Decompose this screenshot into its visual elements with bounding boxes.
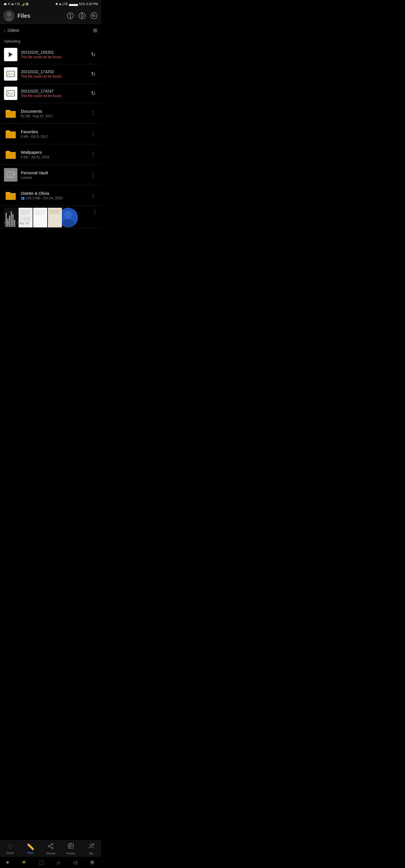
- file-meta: 0 KB · Jul 31, 2018: [21, 155, 86, 159]
- more-options-button[interactable]: ⋮: [89, 130, 97, 138]
- svg-rect-39: [48, 208, 62, 227]
- svg-rect-29: [20, 213, 31, 213]
- nav-item-photos[interactable]: Photos: [62, 843, 79, 855]
- status-right-info: ✱ ◈ LTE ▄▄▄▄ 52% 5:20 PM: [55, 2, 98, 6]
- photos-nav-icon: [67, 843, 74, 851]
- svg-point-44: [62, 219, 74, 227]
- retry-button[interactable]: ↺: [89, 50, 97, 59]
- file-item[interactable]: Documents 61 KB · Aug 22, 2017 ⋮: [0, 103, 101, 124]
- upload-item-info: 20210102_174253 This file could not be f…: [21, 69, 86, 79]
- upload-error-text: This file could not be found.: [21, 55, 86, 59]
- file-info: Personal Vault Locked: [21, 170, 86, 180]
- facebook-icon: f: [15, 3, 16, 6]
- android-navigation-bar: ☀ ⬚ ⌂ ◁ ֍: [0, 857, 101, 868]
- shared-nav-icon: [47, 843, 54, 851]
- svg-point-4: [70, 17, 71, 18]
- file-info: Odette & Olivia 👥 183.3 MB · Oct 24, 202…: [21, 191, 86, 200]
- file-name: Personal Vault: [21, 170, 86, 175]
- svg-rect-41: [49, 211, 59, 212]
- file-name: Wallpapers: [21, 150, 86, 155]
- upload-item-info: 20210102_174247 This file could not be f…: [21, 89, 86, 98]
- me-nav-icon: [88, 843, 94, 851]
- file-name: Odette & Olivia: [21, 191, 86, 196]
- android-spiral-icon[interactable]: ֍: [90, 860, 95, 865]
- retry-button[interactable]: ↺: [89, 70, 97, 78]
- retry-button[interactable]: ↺: [89, 89, 97, 97]
- filter-action-icon[interactable]: [78, 12, 86, 20]
- doc-thumbnail: [33, 208, 47, 227]
- signal-bars: ▄▄▄▄: [69, 2, 78, 6]
- play-icon: [9, 52, 13, 57]
- image-thumbnail: [4, 67, 18, 81]
- file-item[interactable]: Odette & Olivia 👥 183.3 MB · Oct 24, 202…: [0, 185, 101, 206]
- upload-file-name: 20210102_150352: [21, 50, 86, 55]
- nav-item-me[interactable]: Me: [83, 843, 99, 855]
- image-thumbnail: [4, 87, 18, 100]
- upload-item: 20210102_174247 This file could not be f…: [0, 84, 101, 103]
- svg-point-12: [8, 72, 10, 74]
- svg-rect-37: [35, 213, 45, 213]
- android-brightness-icon[interactable]: ☀: [22, 859, 26, 865]
- more-options-button[interactable]: ⋮: [92, 209, 97, 215]
- svg-point-46: [52, 843, 53, 845]
- svg-point-47: [48, 845, 50, 847]
- sort-action-icon[interactable]: [66, 12, 74, 20]
- more-options-button[interactable]: ⋮: [89, 170, 97, 179]
- user-avatar[interactable]: [3, 10, 15, 21]
- svg-point-45: [64, 211, 72, 219]
- upload-item: 20210102_150352 This file could not be f…: [0, 45, 101, 64]
- svg-rect-30: [20, 214, 28, 215]
- more-options-button[interactable]: ⋮: [89, 150, 97, 158]
- home-nav-label: Home: [6, 851, 14, 855]
- svg-rect-40: [49, 210, 60, 211]
- android-recents-icon[interactable]: ⬚: [39, 859, 44, 865]
- android-back-icon[interactable]: ◁: [73, 859, 77, 865]
- upload-error-text: This file could not be found.: [21, 94, 86, 98]
- overflow-action-icon[interactable]: [90, 12, 98, 20]
- svg-rect-16: [8, 173, 12, 176]
- sort-text: Oldest: [8, 28, 19, 33]
- time-display: 5:20 PM: [86, 2, 98, 6]
- photos-nav-label: Photos: [66, 852, 75, 855]
- file-item[interactable]: Personal Vault Locked ⋮: [0, 165, 101, 185]
- nav-item-shared[interactable]: Shared: [42, 843, 59, 855]
- status-bar: ☁️ N 🌤 f 52 🌙 🖼 ✱ ◈ LTE ▄▄▄▄ 52% 5:20 PM: [0, 0, 101, 8]
- svg-point-1: [7, 12, 11, 17]
- nav-item-files[interactable]: ✏️ Files: [22, 843, 39, 855]
- partial-file-meta: 737 KB · May 14: [4, 221, 29, 225]
- shared-nav-label: Shared: [46, 852, 55, 855]
- svg-rect-31: [20, 217, 31, 218]
- image-thumb-icon: [6, 89, 15, 98]
- svg-rect-13: [7, 91, 15, 96]
- svg-rect-36: [35, 211, 45, 212]
- files-nav-label: Files: [27, 851, 33, 855]
- svg-line-49: [50, 845, 52, 846]
- file-item[interactable]: Wallpapers 0 KB · Jul 31, 2018 ⋮: [0, 144, 101, 165]
- svg-rect-11: [7, 71, 15, 77]
- badge-count: 52: [17, 3, 20, 6]
- bottom-navigation: ♡ Home ✏️ Files Shared: [0, 840, 101, 857]
- upload-file-name: 20210102_174247: [21, 89, 86, 93]
- more-options-button[interactable]: ⋮: [89, 109, 97, 118]
- folder-icon: [4, 127, 18, 141]
- more-options-button[interactable]: ⋮: [89, 191, 97, 199]
- files-nav-icon: ✏️: [27, 843, 34, 850]
- partial-file-item[interactable]: ⋮: [0, 206, 101, 228]
- vault-icon: [4, 168, 18, 182]
- header-actions: [66, 12, 98, 20]
- upload-file-name: 20210102_174253: [21, 69, 86, 74]
- file-item[interactable]: Favorites 0 KB · Oct 5, 2017 ⋮: [0, 124, 101, 144]
- grid-view-icon[interactable]: ⊞: [93, 27, 97, 33]
- svg-rect-27: [20, 210, 31, 211]
- status-left-icons: ☁️ N 🌤 f 52 🌙 🖼: [3, 3, 28, 6]
- svg-rect-33: [20, 220, 31, 220]
- android-home-icon[interactable]: ⌂: [57, 860, 60, 865]
- shared-users-icon: 👥: [21, 196, 25, 200]
- page-title: Files: [18, 13, 63, 19]
- doc-thumbnail: [48, 208, 62, 227]
- svg-point-48: [52, 847, 53, 849]
- sort-label[interactable]: ↓ Oldest: [4, 28, 19, 33]
- file-name: Favorites: [21, 129, 86, 134]
- nav-item-home[interactable]: ♡ Home: [2, 843, 19, 855]
- bluetooth-icon: ✱: [55, 2, 58, 6]
